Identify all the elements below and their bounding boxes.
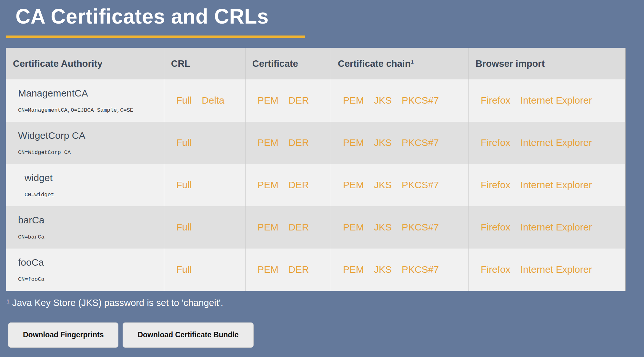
ca-subject-dn: CN=widget [25,192,164,198]
table-row: WidgetCorp CACN=WidgetCorp CAFullPEMDERP… [6,122,626,164]
certificate-link-der[interactable]: DER [288,95,309,106]
browser-import-cell: FirefoxInternet Explorer [469,206,626,249]
browser-link-internet-explorer[interactable]: Internet Explorer [520,137,592,148]
chain-link-pkcs-7[interactable]: PKCS#7 [402,264,439,275]
header-browser-import: Browser import [469,48,626,79]
chain-link-jks[interactable]: JKS [374,222,392,232]
ca-subject-dn: CN=WidgetCorp CA [18,149,164,156]
browser-link-firefox[interactable]: Firefox [481,95,510,106]
browser-import-cell: FirefoxInternet Explorer [469,164,626,206]
certificate-link-pem[interactable]: PEM [257,264,278,275]
title-underline [6,36,305,38]
ca-cell-content: widgetCN=widget [18,172,164,198]
chain-link-pem[interactable]: PEM [343,95,364,106]
page-title: CA Certificates and CRLs [0,0,644,28]
ca-cell-content: WidgetCorp CACN=WidgetCorp CA [18,130,164,156]
certificate-link-der[interactable]: DER [288,137,309,148]
crl-link-full[interactable]: Full [176,95,192,106]
chain-link-pkcs-7[interactable]: PKCS#7 [402,95,439,106]
download-button-row: Download Fingerprints Download Certifica… [8,322,644,348]
table-row: fooCaCN=fooCaFullPEMDERPEMJKSPKCS#7Firef… [6,249,626,291]
browser-import-cell: FirefoxInternet Explorer [469,79,626,122]
header-certificate-authority: Certificate Authority [6,48,164,79]
browser-link-internet-explorer[interactable]: Internet Explorer [520,264,592,275]
crl-link-full[interactable]: Full [176,264,192,275]
certificate-chain-cell: PEMJKSPKCS#7 [331,122,469,164]
ca-certificates-table: Certificate Authority CRL Certificate Ce… [6,48,626,291]
chain-link-jks[interactable]: JKS [374,264,392,275]
certificate-link-der[interactable]: DER [288,264,309,275]
chain-link-jks[interactable]: JKS [374,95,392,106]
download-fingerprints-button[interactable]: Download Fingerprints [8,322,118,348]
browser-link-internet-explorer[interactable]: Internet Explorer [520,95,592,106]
browser-import-cell: FirefoxInternet Explorer [469,249,626,291]
chain-link-jks[interactable]: JKS [374,137,392,148]
chain-link-pem[interactable]: PEM [343,222,364,232]
chain-link-pkcs-7[interactable]: PKCS#7 [402,222,439,232]
ca-name: widget [25,172,164,183]
chain-link-pkcs-7[interactable]: PKCS#7 [402,137,439,148]
browser-import-cell: FirefoxInternet Explorer [469,122,626,164]
chain-link-pem[interactable]: PEM [343,137,364,148]
ca-subject-dn: CN=fooCa [18,276,164,282]
certificate-chain-cell: PEMJKSPKCS#7 [331,79,469,122]
browser-link-internet-explorer[interactable]: Internet Explorer [520,179,592,190]
crl-link-full[interactable]: Full [176,137,192,148]
crl-link-full[interactable]: Full [176,222,192,232]
table-row: widgetCN=widgetFullPEMDERPEMJKSPKCS#7Fir… [6,164,626,206]
header-certificate-chain: Certificate chain¹ [331,48,469,79]
ca-table-body: ManagementCACN=ManagementCA,O=EJBCA Samp… [6,79,626,291]
ca-name: barCa [18,215,164,226]
ca-cell-content: fooCaCN=fooCa [18,257,164,282]
browser-link-firefox[interactable]: Firefox [481,137,510,148]
chain-link-pkcs-7[interactable]: PKCS#7 [402,179,439,190]
ca-cell: ManagementCACN=ManagementCA,O=EJBCA Samp… [6,79,164,122]
crl-link-full[interactable]: Full [176,179,192,190]
certificate-chain-cell: PEMJKSPKCS#7 [331,164,469,206]
download-certificate-bundle-button[interactable]: Download Certificate Bundle [123,322,253,348]
crl-cell: Full [164,249,246,291]
ca-cell: barCaCN=barCa [6,206,164,249]
certificate-cell: PEMDER [246,122,331,164]
header-crl: CRL [164,48,246,79]
ca-name: fooCa [18,257,164,268]
table-row: ManagementCACN=ManagementCA,O=EJBCA Samp… [6,79,626,122]
ca-subject-dn: CN=ManagementCA,O=EJBCA Sample,C=SE [18,107,164,113]
crl-cell: Full [164,206,246,249]
certificate-cell: PEMDER [246,249,331,291]
certificate-link-der[interactable]: DER [288,222,309,232]
browser-link-internet-explorer[interactable]: Internet Explorer [520,222,592,232]
ca-cell: WidgetCorp CACN=WidgetCorp CA [6,122,164,164]
certificate-chain-cell: PEMJKSPKCS#7 [331,206,469,249]
ca-name: WidgetCorp CA [18,130,164,141]
ca-cell: fooCaCN=fooCa [6,249,164,291]
certificate-chain-cell: PEMJKSPKCS#7 [331,249,469,291]
chain-link-jks[interactable]: JKS [374,179,392,190]
crl-cell: FullDelta [164,79,246,122]
chain-link-pem[interactable]: PEM [343,179,364,190]
browser-link-firefox[interactable]: Firefox [481,222,510,232]
certificate-link-der[interactable]: DER [288,179,309,190]
ca-subject-dn: CN=barCa [18,234,164,240]
chain-link-pem[interactable]: PEM [343,264,364,275]
crl-cell: Full [164,164,246,206]
crl-cell: Full [164,122,246,164]
ca-cell: widgetCN=widget [6,164,164,206]
table-header-row: Certificate Authority CRL Certificate Ce… [6,48,626,79]
ca-certificates-page: { "page": { "title": "CA Certificates an… [0,0,644,357]
certificate-link-pem[interactable]: PEM [257,95,278,106]
certificate-link-pem[interactable]: PEM [257,179,278,190]
header-certificate: Certificate [246,48,331,79]
crl-link-delta[interactable]: Delta [202,95,224,106]
browser-link-firefox[interactable]: Firefox [481,264,510,275]
ca-name: ManagementCA [18,88,164,99]
table-row: barCaCN=barCaFullPEMDERPEMJKSPKCS#7Firef… [6,206,626,249]
jks-password-footnote: ¹ Java Key Store (JKS) password is set t… [6,298,644,308]
ca-cell-content: barCaCN=barCa [18,215,164,240]
table-header: Certificate Authority CRL Certificate Ce… [6,48,626,79]
certificate-cell: PEMDER [246,164,331,206]
ca-cell-content: ManagementCACN=ManagementCA,O=EJBCA Samp… [18,88,164,113]
certificate-link-pem[interactable]: PEM [257,137,278,148]
certificate-link-pem[interactable]: PEM [257,222,278,232]
browser-link-firefox[interactable]: Firefox [481,179,510,190]
